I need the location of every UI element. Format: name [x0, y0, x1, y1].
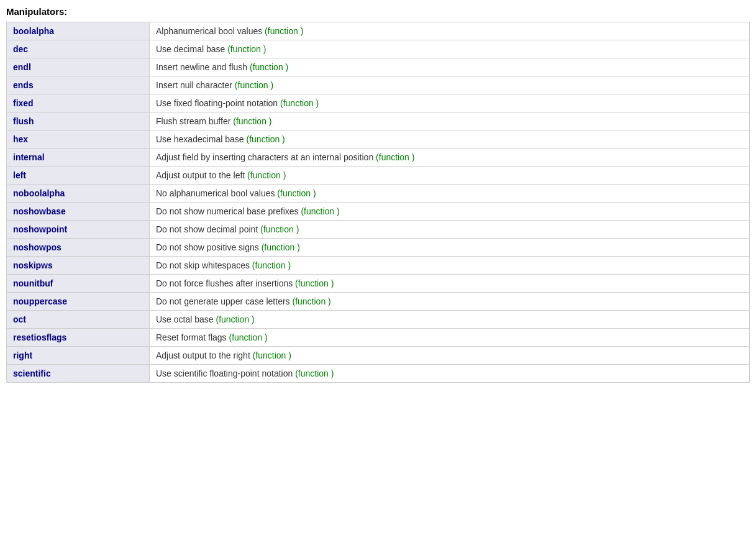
table-row[interactable]: noskipwsDo not skip whitespaces (functio…: [7, 257, 750, 275]
manipulator-name: ends: [13, 80, 34, 90]
name-cell[interactable]: left: [7, 167, 150, 185]
description-cell: Flush stream buffer (function ): [150, 112, 750, 130]
name-cell[interactable]: noboolalpha: [7, 185, 150, 203]
table-row[interactable]: boolalphaAlphanumerical bool values (fun…: [7, 22, 750, 40]
section-title: Manipulators:: [6, 6, 750, 17]
table-row[interactable]: decUse decimal base (function ): [7, 40, 750, 58]
manipulator-name: boolalpha: [13, 26, 54, 36]
table-row[interactable]: endlInsert newline and flush (function ): [7, 58, 750, 76]
table-row[interactable]: flushFlush stream buffer (function ): [7, 112, 750, 130]
description-text: Do not generate upper case letters: [156, 296, 292, 306]
description-text: Do not skip whitespaces: [156, 260, 252, 270]
function-label: (function ): [262, 242, 300, 252]
description-cell: Do not generate upper case letters (func…: [150, 293, 750, 311]
table-row[interactable]: resetiosflagsReset format flags (functio…: [7, 329, 750, 347]
manipulator-name: nounitbuf: [13, 278, 53, 288]
table-row[interactable]: nouppercaseDo not generate upper case le…: [7, 293, 750, 311]
name-cell[interactable]: boolalpha: [7, 22, 150, 40]
function-label: (function ): [292, 296, 330, 306]
name-cell[interactable]: endl: [7, 58, 150, 76]
name-cell[interactable]: right: [7, 347, 150, 365]
table-row[interactable]: nounitbufDo not force flushes after inse…: [7, 275, 750, 293]
name-cell[interactable]: fixed: [7, 94, 150, 112]
table-row[interactable]: leftAdjust output to the left (function …: [7, 167, 750, 185]
table-row[interactable]: scientificUse scientific floating-point …: [7, 365, 750, 383]
manipulator-name: endl: [13, 62, 31, 72]
description-cell: Adjust field by inserting characters at …: [150, 149, 750, 167]
description-text: Do not show positive signs: [156, 242, 262, 252]
manipulator-name: noskipws: [13, 260, 53, 270]
manipulator-name: fixed: [13, 98, 34, 108]
manipulator-name: noshowpoint: [13, 224, 67, 234]
function-label: (function ): [295, 278, 334, 288]
manipulator-name: scientific: [13, 368, 51, 378]
description-text: Adjust output to the left: [156, 170, 247, 180]
description-cell: Alphanumerical bool values (function ): [150, 22, 750, 40]
manipulator-name: flush: [13, 116, 34, 126]
table-row[interactable]: noboolalphaNo alphanumerical bool values…: [7, 185, 750, 203]
description-cell: Use scientific floating-point notation (…: [150, 365, 750, 383]
description-cell: Use hexadecimal base (function ): [150, 130, 750, 149]
name-cell[interactable]: scientific: [7, 365, 150, 383]
name-cell[interactable]: noshowbase: [7, 203, 150, 221]
manipulator-name: hex: [13, 134, 28, 144]
table-row[interactable]: noshowposDo not show positive signs (fun…: [7, 239, 750, 257]
function-label: (function ): [295, 368, 334, 378]
name-cell[interactable]: flush: [7, 112, 150, 130]
function-label: (function ): [233, 116, 271, 126]
name-cell[interactable]: noshowpoint: [7, 221, 150, 239]
section-title-text: Manipulators: [6, 6, 64, 17]
description-cell: Use decimal base (function ): [150, 40, 750, 58]
function-label: (function ): [227, 44, 266, 54]
function-label: (function ): [250, 62, 288, 72]
name-cell[interactable]: internal: [7, 149, 150, 167]
name-cell[interactable]: oct: [7, 311, 150, 329]
description-text: Use fixed floating-point notation: [156, 98, 280, 108]
table-row[interactable]: internalAdjust field by inserting charac…: [7, 149, 750, 167]
description-text: Do not force flushes after insertions: [156, 278, 295, 288]
description-cell: Do not show decimal point (function ): [150, 221, 750, 239]
manipulator-name: noshowpos: [13, 242, 61, 252]
description-cell: Insert newline and flush (function ): [150, 58, 750, 76]
function-label: (function ): [252, 260, 291, 270]
manipulators-table: boolalphaAlphanumerical bool values (fun…: [6, 22, 750, 383]
table-row[interactable]: octUse octal base (function ): [7, 311, 750, 329]
name-cell[interactable]: nouppercase: [7, 293, 150, 311]
description-text: Insert null character: [156, 80, 235, 90]
description-text: Use octal base: [156, 314, 216, 324]
name-cell[interactable]: noshowpos: [7, 239, 150, 257]
name-cell[interactable]: noskipws: [7, 257, 150, 275]
description-text: Adjust field by inserting characters at …: [156, 152, 376, 162]
name-cell[interactable]: dec: [7, 40, 150, 58]
table-row[interactable]: fixedUse fixed floating-point notation (…: [7, 94, 750, 112]
table-row[interactable]: noshowpointDo not show decimal point (fu…: [7, 221, 750, 239]
table-row[interactable]: noshowbaseDo not show numerical base pre…: [7, 203, 750, 221]
table-row[interactable]: rightAdjust output to the right (functio…: [7, 347, 750, 365]
manipulator-name: noboolalpha: [13, 188, 65, 198]
function-label: (function ): [265, 26, 303, 36]
description-cell: Adjust output to the right (function ): [150, 347, 750, 365]
name-cell[interactable]: hex: [7, 130, 150, 149]
function-label: (function ): [235, 80, 273, 90]
name-cell[interactable]: resetiosflags: [7, 329, 150, 347]
function-label: (function ): [277, 188, 316, 198]
description-text: Use scientific floating-point notation: [156, 368, 295, 378]
description-cell: Do not show positive signs (function ): [150, 239, 750, 257]
manipulator-name: right: [13, 350, 32, 360]
function-label: (function ): [280, 98, 319, 108]
manipulator-name: internal: [13, 152, 45, 162]
description-text: Insert newline and flush: [156, 62, 250, 72]
description-cell: Do not skip whitespaces (function ): [150, 257, 750, 275]
description-text: Adjust output to the right: [156, 350, 253, 360]
manipulator-name: resetiosflags: [13, 332, 66, 342]
description-text: Do not show decimal point: [156, 224, 260, 234]
description-text: Use hexadecimal base: [156, 134, 247, 144]
function-label: (function ): [247, 134, 285, 144]
function-label: (function ): [301, 206, 339, 216]
table-row[interactable]: endsInsert null character (function ): [7, 76, 750, 94]
table-row[interactable]: hexUse hexadecimal base (function ): [7, 130, 750, 149]
name-cell[interactable]: nounitbuf: [7, 275, 150, 293]
description-text: No alphanumerical bool values: [156, 188, 277, 198]
name-cell[interactable]: ends: [7, 76, 150, 94]
function-label: (function ): [260, 224, 299, 234]
